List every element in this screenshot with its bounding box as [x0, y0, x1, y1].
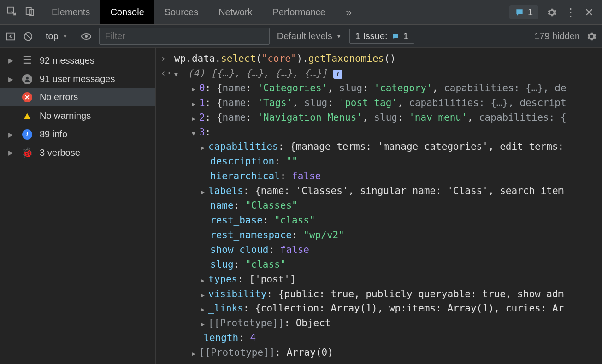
sidebar-item-warnings[interactable]: ▲ No warnings [0, 106, 155, 125]
object-property[interactable]: ▶[[Prototype]]: Array(0) [160, 346, 602, 360]
expand-icon: ▶ [8, 131, 15, 138]
device-toggle-icon[interactable] [25, 6, 35, 18]
expand-icon[interactable]: ▶ [201, 291, 208, 300]
list-icon: ☰ [21, 54, 33, 66]
tab-console[interactable]: Console [100, 0, 154, 24]
expand-icon[interactable]: ▶ [201, 305, 208, 314]
object-property[interactable]: ▶labels: {name: 'Classes', singular_name… [160, 184, 602, 199]
info-badge-icon[interactable]: i [333, 70, 342, 79]
console-sidebar: ▶ ☰ 92 messages ▶ 91 user messages ✕ No … [0, 48, 156, 364]
svg-rect-3 [7, 33, 15, 40]
expand-icon[interactable]: ▶ [201, 276, 208, 285]
console-toolbar: top▼ Default levels▼ 1 Issue: 1 179 hidd… [0, 25, 602, 48]
object-property[interactable]: ▶[[Prototype]]: Object [160, 316, 602, 331]
tab-performance[interactable]: Performance [263, 0, 336, 24]
sidebar-toggle-icon[interactable] [6, 31, 16, 41]
sidebar-item-user-messages[interactable]: ▶ 91 user messages [0, 70, 155, 88]
chat-icon [391, 32, 400, 41]
error-icon: ✕ [21, 92, 33, 102]
expand-icon[interactable]: ▶ [201, 143, 208, 153]
gear-icon[interactable] [586, 31, 596, 41]
user-icon [21, 74, 33, 84]
object-property[interactable]: slug: "class" [160, 258, 602, 272]
object-property[interactable]: name: "Classes" [160, 199, 602, 213]
filter-input[interactable] [99, 28, 270, 45]
close-icon[interactable]: ✕ [584, 6, 594, 19]
kebab-icon[interactable]: ⋮ [565, 7, 576, 18]
console-command[interactable]: › wp.data.select("core").getTaxonomies() [160, 52, 602, 66]
array-item[interactable]: ▶0: {name: 'Categories', slug: 'category… [160, 81, 602, 96]
console-result[interactable]: ‹· ▼ (4) [{…}, {…}, {…}, {…}] i [160, 66, 602, 81]
info-icon: i [21, 129, 33, 140]
warning-icon: ▲ [21, 110, 33, 122]
expand-icon: ▶ [8, 57, 15, 64]
execution-context-selector[interactable]: top▼ [41, 29, 73, 44]
object-property[interactable]: hierarchical: false [160, 169, 602, 184]
array-item-expanded[interactable]: ▼3: [160, 125, 602, 140]
issue-counter[interactable]: 1 Issue: 1 [349, 29, 414, 44]
devtools-top-bar: Elements Console Sources Network Perform… [0, 0, 602, 25]
object-property[interactable]: ▶types: ['post'] [160, 272, 602, 287]
result-icon: ‹· [160, 66, 174, 81]
live-expression-icon[interactable] [81, 31, 92, 42]
object-property[interactable]: rest_base: "class" [160, 213, 602, 228]
array-item[interactable]: ▶1: {name: 'Tags', slug: 'post_tag', cap… [160, 96, 602, 111]
tab-elements[interactable]: Elements [41, 0, 100, 24]
svg-point-6 [85, 35, 88, 38]
expand-icon: ▶ [8, 76, 15, 83]
tabs-overflow[interactable]: » [336, 0, 362, 24]
expand-icon[interactable]: ▶ [201, 188, 208, 197]
expand-icon: ▶ [8, 149, 15, 156]
expand-icon[interactable]: ▶ [201, 320, 208, 329]
object-property[interactable]: description: "" [160, 154, 602, 169]
object-property[interactable]: ▶capabilities: {manage_terms: 'manage_ca… [160, 140, 602, 154]
clear-console-icon[interactable] [23, 31, 33, 41]
bug-icon: 🐞 [21, 147, 33, 158]
issues-indicator[interactable]: 1 [509, 5, 538, 19]
object-property[interactable]: rest_namespace: "wp/v2" [160, 228, 602, 243]
sidebar-item-info[interactable]: ▶ i 89 info [0, 125, 155, 143]
svg-rect-1 [26, 8, 31, 15]
expand-icon[interactable]: ▶ [192, 85, 199, 94]
console-output: › wp.data.select("core").getTaxonomies()… [156, 48, 602, 364]
expand-icon[interactable]: ▶ [192, 114, 199, 123]
object-property[interactable]: show_cloud: false [160, 243, 602, 258]
expand-icon[interactable]: ▶ [192, 349, 199, 358]
sidebar-item-messages[interactable]: ▶ ☰ 92 messages [0, 51, 155, 70]
collapse-icon[interactable]: ▼ [174, 70, 182, 79]
chat-icon [515, 8, 524, 17]
hidden-messages[interactable]: 179 hidden [534, 31, 580, 41]
tab-sources[interactable]: Sources [154, 0, 208, 24]
gear-icon[interactable] [547, 7, 557, 18]
tab-network[interactable]: Network [208, 0, 262, 24]
log-levels-selector[interactable]: Default levels▼ [277, 31, 342, 41]
svg-point-7 [26, 76, 29, 79]
object-property[interactable]: ▶visibility: {public: true, publicly_que… [160, 287, 602, 302]
collapse-icon[interactable]: ▼ [192, 129, 199, 138]
inspect-icon[interactable] [6, 6, 17, 18]
prompt-icon: › [160, 52, 174, 66]
expand-icon[interactable]: ▶ [192, 100, 199, 109]
object-property[interactable]: ▶_links: {collection: Array(1), wp:items… [160, 301, 602, 316]
sidebar-item-verbose[interactable]: ▶ 🐞 3 verbose [0, 143, 155, 162]
array-item[interactable]: ▶2: {name: 'Navigation Menus', slug: 'na… [160, 111, 602, 125]
sidebar-item-errors[interactable]: ✕ No errors [0, 88, 155, 106]
object-property[interactable]: length: 4 [160, 331, 602, 346]
